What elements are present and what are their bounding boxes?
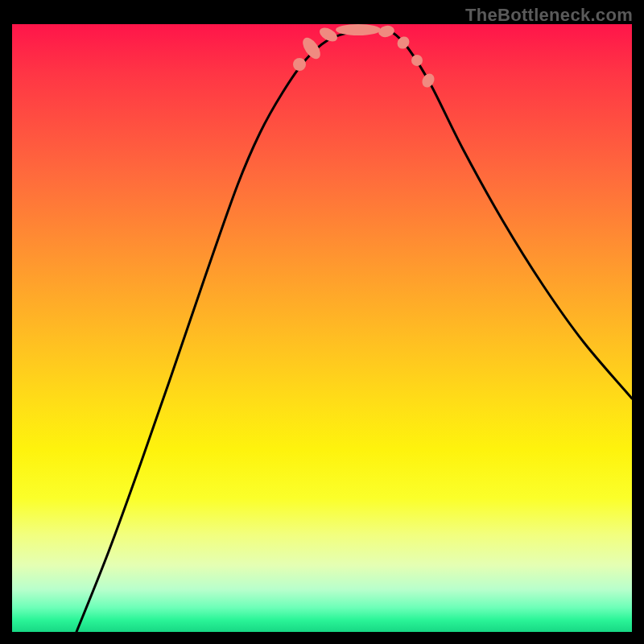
segment-marker xyxy=(411,55,423,66)
marker-group xyxy=(293,24,437,89)
curve-line xyxy=(76,30,632,632)
watermark-text: TheBottleneck.com xyxy=(465,5,633,26)
curve-svg xyxy=(12,24,632,632)
bottleneck-curve xyxy=(76,30,632,632)
chart-frame: TheBottleneck.com xyxy=(0,0,644,644)
segment-marker xyxy=(299,35,324,62)
segment-marker xyxy=(419,72,436,90)
segment-marker xyxy=(336,24,381,35)
plot-area xyxy=(12,24,632,632)
segment-marker xyxy=(378,24,395,39)
segment-marker xyxy=(317,25,340,44)
segment-marker xyxy=(293,58,306,71)
